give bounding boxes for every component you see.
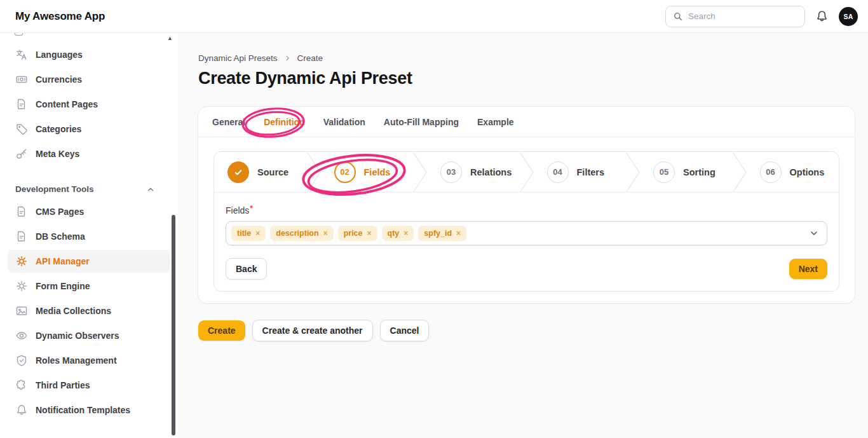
check-icon	[227, 161, 249, 183]
sidebar-item-db-schema[interactable]: DB Schema	[8, 225, 170, 248]
fields-multiselect[interactable]: title× description× price× qty× spfy_id×	[226, 221, 827, 245]
sidebar-item-currencies[interactable]: Currencies	[8, 68, 170, 91]
required-marker: *	[250, 204, 253, 213]
tag-label: qty	[388, 229, 400, 238]
step-number: 04	[547, 161, 569, 183]
wizard-step-fields[interactable]: 02 Fields	[321, 152, 414, 192]
sidebar-item-label: API Manager	[36, 256, 90, 266]
wizard-step-source[interactable]: Source	[214, 152, 307, 192]
sidebar-item-api-manager[interactable]: API Manager	[8, 250, 170, 273]
topbar: My Awesome App SA	[0, 0, 868, 33]
main-content: Dynamic Api Presets Create Create Dynami…	[178, 33, 868, 438]
shield-check-icon	[15, 354, 28, 367]
sidebar-item-label: Meta Keys	[36, 149, 79, 159]
create-and-create-another-button[interactable]: Create & create another	[252, 320, 373, 341]
document-icon	[15, 205, 28, 218]
sidebar-item-label: Categories	[36, 124, 81, 134]
cog-icon	[15, 255, 28, 268]
key-icon	[15, 147, 28, 160]
search-input[interactable]	[688, 11, 801, 21]
wizard-step-relations[interactable]: 03 Relations	[427, 152, 520, 192]
tab-validation[interactable]: Validation	[323, 117, 365, 127]
wizard-step-filters[interactable]: 04 Filters	[534, 152, 627, 192]
chevron-down-icon[interactable]	[809, 228, 819, 238]
sidebar-item-label: Third Parties	[36, 380, 90, 390]
avatar[interactable]: SA	[839, 7, 858, 26]
sidebar-item-categories[interactable]: Categories	[8, 118, 170, 140]
breadcrumb-link-dynamic-api-presets[interactable]: Dynamic Api Presets	[198, 53, 278, 63]
wizard: Source 02 Fields 03 Relations	[214, 151, 839, 292]
tag-icon	[15, 123, 28, 135]
app-title: My Awesome App	[15, 10, 105, 23]
remove-tag-icon[interactable]: ×	[323, 229, 328, 237]
step-separator	[626, 152, 640, 192]
tag-label: description	[276, 229, 318, 238]
sidebar-item-languages[interactable]: Languages	[8, 43, 170, 66]
tab-general[interactable]: General	[212, 117, 245, 127]
step-number: 03	[440, 161, 462, 183]
search-icon	[673, 11, 683, 22]
tab-example[interactable]: Example	[477, 117, 514, 127]
tab-definition[interactable]: Definition	[264, 117, 305, 127]
cog-icon	[15, 280, 28, 292]
tag-spfy-id: spfy_id×	[418, 226, 466, 241]
language-icon	[15, 48, 28, 61]
sidebar-item-label: Currencies	[36, 74, 82, 85]
sidebar-item-notification-templates[interactable]: Notification Templates	[8, 399, 170, 421]
remove-tag-icon[interactable]: ×	[367, 229, 372, 237]
next-button[interactable]: Next	[789, 259, 827, 279]
form-card: General Definition Validation Auto-Fill …	[198, 107, 855, 303]
wizard-step-options[interactable]: 06 Options	[747, 152, 839, 192]
tab-bar: General Definition Validation Auto-Fill …	[198, 107, 855, 137]
step-number: 02	[334, 161, 356, 183]
sidebar-item-form-engine[interactable]: Form Engine	[8, 275, 170, 298]
fields-label: Fields*	[226, 204, 827, 216]
step-label: Options	[790, 167, 825, 177]
step-number: 06	[760, 161, 782, 183]
tab-auto-fill-mapping[interactable]: Auto-Fill Mapping	[384, 117, 459, 127]
sidebar-item-label: Dynamic Observers	[36, 331, 119, 341]
sidebar-scrollbar[interactable]	[172, 215, 175, 435]
sidebar-group-development-tools[interactable]: Development Tools	[15, 184, 155, 194]
tag-price: price×	[338, 226, 377, 241]
breadcrumb: Dynamic Api Presets Create	[198, 53, 855, 63]
cancel-button[interactable]: Cancel	[380, 320, 430, 341]
remove-tag-icon[interactable]: ×	[456, 229, 461, 237]
sidebar-item-label: Notification Templates	[36, 405, 130, 415]
step-label: Relations	[470, 167, 512, 177]
sidebar-item-label: DB Schema	[36, 231, 85, 242]
back-button[interactable]: Back	[226, 258, 267, 280]
sidebar-item-third-parties[interactable]: Third Parties	[8, 374, 170, 397]
chevron-right-icon	[283, 54, 292, 62]
create-button[interactable]: Create	[198, 320, 245, 341]
document-icon	[15, 98, 28, 111]
photo-icon	[15, 305, 28, 317]
step-separator	[307, 152, 321, 192]
notifications-button[interactable]	[815, 10, 829, 23]
selected-tags: title× description× price× qty× spfy_id×	[231, 226, 466, 241]
sidebar-item-meta-keys[interactable]: Meta Keys	[8, 142, 170, 165]
step-label: Filters	[577, 167, 605, 177]
sidebar-item-media-collections[interactable]: Media Collections	[8, 299, 170, 322]
remove-tag-icon[interactable]: ×	[255, 229, 260, 237]
wizard-step-sorting[interactable]: 05 Sorting	[640, 152, 733, 192]
sidebar-item-roles-management[interactable]: Roles Management	[8, 349, 170, 372]
sidebar-item-content-pages[interactable]: Content Pages	[8, 93, 170, 116]
step-label: Fields	[364, 167, 391, 177]
tag-title: title×	[231, 226, 266, 241]
bell-icon	[815, 10, 829, 23]
step-separator	[413, 152, 427, 192]
tag-label: price	[344, 229, 363, 238]
sidebar-item-cms-pages[interactable]: CMS Pages	[8, 200, 170, 223]
step-label: Sorting	[683, 167, 715, 177]
remove-tag-icon[interactable]: ×	[403, 229, 408, 237]
sidebar-item-label: Media Collections	[36, 306, 111, 316]
form-actions: Create Create & create another Cancel	[198, 320, 855, 341]
sidebar-item-label: Content Pages	[36, 99, 98, 109]
bell-icon	[15, 404, 28, 416]
step-label: Source	[257, 167, 288, 177]
search-input-wrapper[interactable]	[665, 6, 805, 27]
tag-description: description×	[270, 226, 333, 241]
sidebar-item-dynamic-observers[interactable]: Dynamic Observers	[8, 324, 170, 347]
step-number: 05	[653, 161, 675, 183]
